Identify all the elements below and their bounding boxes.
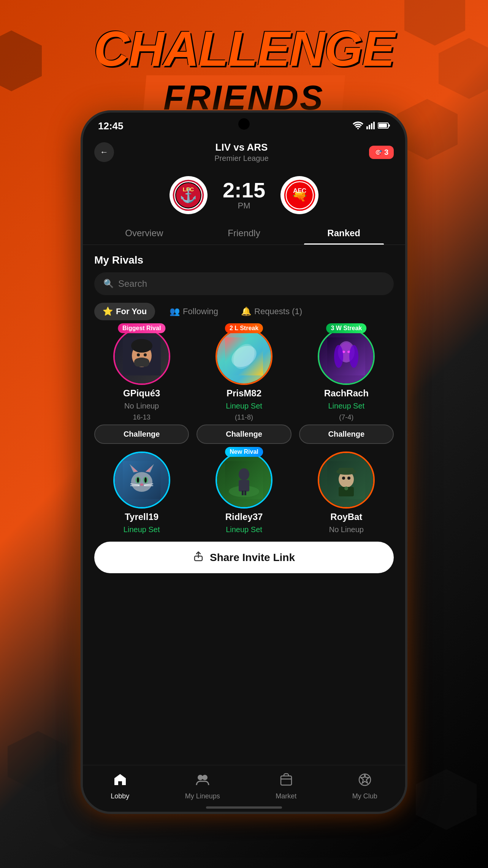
share-invite-label: Share Invite Link — [210, 552, 295, 564]
filter-tab-requests[interactable]: 🔔 Requests (1) — [233, 303, 311, 320]
avatar-wrapper-prism: 2 L Streak — [215, 328, 273, 385]
rival-card-roybat: RoyBat No Lineup — [299, 451, 394, 534]
rivals-grid-row2: Tyrell19 Lineup Set New Rival — [83, 451, 405, 538]
following-icon: 👥 — [170, 307, 180, 316]
my-rivals-title: My Rivals — [83, 245, 405, 272]
svg-rect-54 — [242, 491, 244, 495]
tab-overview[interactable]: Overview — [94, 222, 194, 245]
rival-name-ridley: Ridley37 — [225, 512, 263, 522]
tab-ranked[interactable]: Ranked — [294, 222, 394, 245]
svg-point-52 — [239, 468, 249, 480]
svg-point-67 — [202, 775, 208, 780]
svg-point-43 — [137, 477, 139, 483]
challenge-button-prism[interactable]: Challenge — [196, 424, 291, 444]
share-invite-button[interactable]: Share Invite Link — [94, 542, 394, 573]
back-button[interactable]: ← — [94, 142, 114, 162]
status-icons — [353, 121, 390, 132]
svg-point-0 — [357, 128, 359, 129]
svg-rect-24 — [134, 358, 149, 367]
myclub-icon — [358, 773, 372, 790]
rach-avatar-svg — [327, 337, 365, 375]
svg-rect-55 — [244, 491, 246, 495]
avatar-wrapper-ridley: New Rival — [215, 451, 273, 509]
match-tabs: Overview Friendly Ranked — [83, 222, 405, 245]
svg-point-66 — [198, 775, 203, 780]
match-time: 2:15 — [223, 180, 265, 201]
search-bar[interactable]: 🔍 — [94, 272, 394, 295]
notification-badge[interactable]: 🎯 3 — [369, 146, 394, 159]
lobby-icon — [113, 773, 127, 790]
filter-tab-for-you[interactable]: ⭐ For You — [94, 303, 155, 320]
avatar-ring-tyrell — [113, 451, 170, 509]
nav-item-market[interactable]: Market — [276, 773, 296, 800]
prism-avatar-svg — [225, 337, 263, 375]
bottom-navigation: Lobby My Lineups — [83, 765, 405, 812]
rival-name-gpique: GPiqué3 — [123, 388, 160, 399]
rival-badge-new-rival: New Rival — [225, 447, 263, 457]
svg-point-21 — [137, 353, 140, 356]
svg-rect-3 — [371, 123, 372, 129]
avatar-tyrell — [115, 453, 169, 507]
nav-item-myclub[interactable]: My Club — [352, 773, 377, 800]
rival-card-prism: 2 L Streak — [196, 328, 291, 444]
arsenal-crest: AFC 🔫 — [284, 179, 316, 211]
svg-text:LFC: LFC — [183, 186, 194, 192]
rival-name-prism: PrisM82 — [227, 388, 261, 399]
filter-tab-following[interactable]: 👥 Following — [161, 303, 227, 320]
rival-record-gpique: 16-13 — [133, 413, 151, 421]
nav-item-lineups[interactable]: My Lineups — [185, 773, 220, 800]
svg-point-61 — [347, 477, 350, 480]
share-icon — [193, 551, 204, 564]
notification-count: 3 — [384, 148, 388, 157]
rival-card-gpique: Biggest Rival — [94, 328, 189, 444]
rival-status-roybat: No Lineup — [329, 525, 364, 534]
search-input[interactable] — [118, 278, 385, 289]
avatar-rach — [319, 329, 373, 383]
rival-record-prism: (11-8) — [235, 413, 253, 421]
tab-friendly[interactable]: Friendly — [194, 222, 294, 245]
avatar-gpique — [115, 329, 169, 383]
app-header: ← LIV vs ARS Premier League 🎯 3 — [83, 136, 405, 169]
wifi-icon — [353, 121, 363, 132]
home-team-logo: ⚓ LFC — [170, 176, 208, 214]
match-ampm: PM — [223, 201, 265, 211]
lineups-icon — [196, 773, 209, 790]
match-time-block: 2:15 PM — [223, 180, 265, 211]
svg-rect-7 — [388, 124, 390, 127]
svg-rect-68 — [281, 776, 292, 785]
rival-name-rach: RachRach — [324, 388, 369, 399]
avatar-wrapper-roybat — [318, 451, 375, 509]
liverpool-crest: ⚓ LFC — [172, 179, 204, 211]
challenge-button-gpique[interactable]: Challenge — [94, 424, 189, 444]
signal-icon — [366, 121, 375, 132]
avatar-ring-ridley — [215, 451, 273, 509]
rival-card-ridley: New Rival — [196, 451, 291, 534]
avatar-prism — [217, 329, 271, 383]
challenge-button-rach[interactable]: Challenge — [299, 424, 394, 444]
rival-name-roybat: RoyBat — [330, 512, 362, 522]
rival-card-rach: 3 W Streak — [299, 328, 394, 444]
avatar-ring-gpique — [113, 328, 170, 385]
match-title: LIV vs ARS — [214, 141, 268, 153]
rival-badge-w-streak: 3 W Streak — [326, 323, 366, 333]
home-indicator — [206, 806, 282, 809]
rival-status-rach: Lineup Set — [328, 402, 365, 410]
rival-status-tyrell: Lineup Set — [124, 525, 160, 534]
rivals-grid-row1: Biggest Rival — [83, 328, 405, 451]
svg-point-22 — [144, 353, 147, 356]
nav-label-lineups: My Lineups — [185, 792, 220, 800]
camera-notch — [238, 118, 250, 130]
rival-badge-l-streak: 2 L Streak — [225, 323, 263, 333]
nav-label-market: Market — [276, 792, 296, 800]
phone: 12:45 — [81, 110, 407, 814]
avatar-ring-rach — [318, 328, 375, 385]
svg-rect-53 — [239, 480, 249, 491]
nav-item-lobby[interactable]: Lobby — [111, 773, 129, 800]
header-center: LIV vs ARS Premier League — [214, 141, 268, 163]
challenge-text: CHALLENGE — [94, 24, 395, 73]
star-icon: ⭐ — [103, 307, 113, 316]
match-info: ⚓ LFC 2:15 PM AFC 🔫 — [83, 169, 405, 222]
svg-point-63 — [344, 486, 348, 490]
badge-icon: 🎯 — [374, 149, 382, 156]
status-time: 12:45 — [98, 120, 124, 132]
